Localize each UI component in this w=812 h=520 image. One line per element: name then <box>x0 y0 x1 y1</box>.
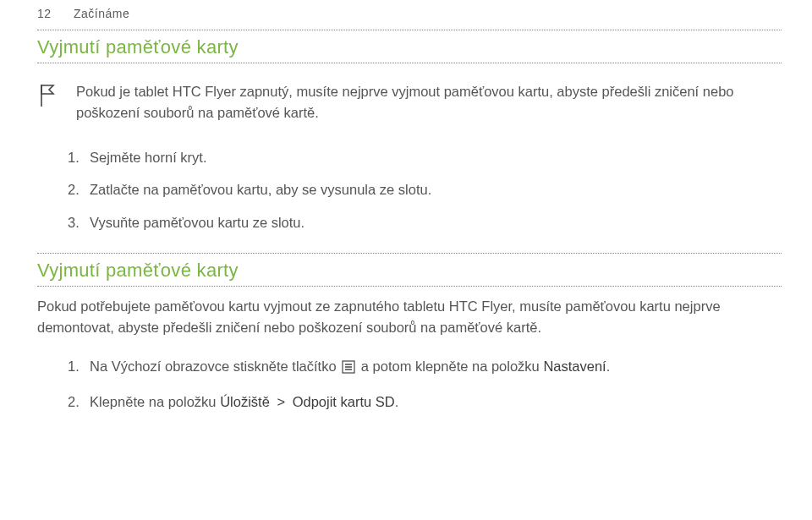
intro-paragraph: Pokud potřebujete paměťovou kartu vyjmou… <box>37 287 782 349</box>
list-number: 1. <box>68 147 90 168</box>
divider <box>37 253 782 254</box>
breadcrumb-item: Úložiště <box>220 394 270 409</box>
list-number: 2. <box>68 391 90 413</box>
list-item: 2. Zatlačte na paměťovou kartu, aby se v… <box>68 179 782 212</box>
step-text-tail: . <box>395 394 399 409</box>
header-section-name: Začínáme <box>74 7 129 20</box>
page-number: 12 <box>37 7 52 20</box>
list-item: 1. Na Výchozí obrazovce stiskněte tlačít… <box>68 356 782 391</box>
divider <box>37 286 782 287</box>
divider <box>37 30 782 30</box>
list-number: 3. <box>68 212 90 233</box>
step-text-post: a potom klepněte na položku <box>361 359 544 374</box>
list-text: Zatlačte na paměťovou kartu, aby se vysu… <box>90 179 782 200</box>
ordered-list: 1. Sejměte horní kryt. 2. Zatlačte na pa… <box>37 140 782 245</box>
list-text: Vysuňte paměťovou kartu ze slotu. <box>90 212 782 233</box>
list-text: Sejměte horní kryt. <box>90 147 782 168</box>
step-text-pre: Na Výchozí obrazovce stiskněte tlačítko <box>90 359 340 374</box>
step-text-bold: Nastavení <box>543 359 606 374</box>
breadcrumb-item: Odpojit kartu SD <box>293 394 395 409</box>
list-item: 1. Sejměte horní kryt. <box>68 147 782 180</box>
list-number: 2. <box>68 179 90 200</box>
callout-box: Pokud je tablet HTC Flyer zapnutý, musít… <box>37 64 782 140</box>
list-number: 1. <box>68 356 90 380</box>
section-title: Vyjmutí paměťové karty <box>37 31 782 62</box>
section-title: Vyjmutí paměťové karty <box>37 255 782 285</box>
step-text-tail: . <box>606 359 611 374</box>
flag-icon <box>39 83 58 108</box>
list-text: Klepněte na položku Úložiště > Odpojit k… <box>90 391 782 413</box>
menu-icon <box>342 359 355 380</box>
list-text: Na Výchozí obrazovce stiskněte tlačítko … <box>90 356 782 380</box>
divider <box>37 63 782 63</box>
list-item: 3. Vysuňte paměťovou kartu ze slotu. <box>68 212 782 245</box>
step-text-pre: Klepněte na položku <box>90 394 220 409</box>
page-header: 12 Začínáme <box>37 0 782 29</box>
callout-text: Pokud je tablet HTC Flyer zapnutý, musít… <box>76 81 782 123</box>
ordered-list: 1. Na Výchozí obrazovce stiskněte tlačít… <box>37 349 782 424</box>
list-item: 2. Klepněte na položku Úložiště > Odpoji… <box>68 391 782 424</box>
breadcrumb-separator: > <box>273 394 289 409</box>
